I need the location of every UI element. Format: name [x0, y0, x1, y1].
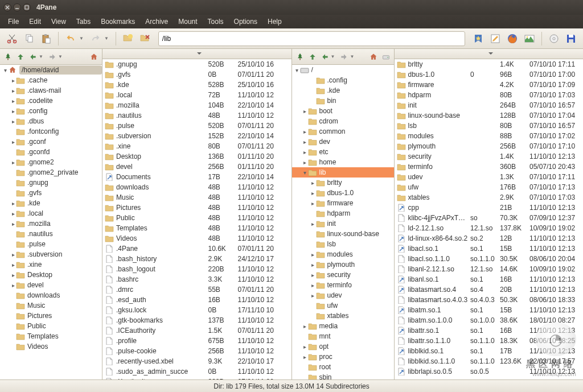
- back-icon[interactable]: [27, 51, 39, 63]
- forward-icon[interactable]: [47, 51, 58, 63]
- back-icon[interactable]: [319, 51, 331, 63]
- list-item[interactable]: ld-2.12.1.so12.1.so137.8K10/09/10 19:02: [395, 223, 584, 233]
- up-icon[interactable]: [307, 51, 318, 63]
- tree-item[interactable]: ▸.kde: [0, 198, 102, 208]
- tree-item[interactable]: ▸.gconf: [0, 137, 102, 147]
- list-item[interactable]: libatm.so.1so.115B11/10/10 12:13: [395, 305, 584, 315]
- tree-item[interactable]: .gconfd: [0, 147, 102, 157]
- menu-edit[interactable]: Edit: [24, 16, 46, 27]
- list-item[interactable]: Documents17B22/10/10 14: [102, 172, 292, 182]
- list-item[interactable]: klibc-4jjFvzAPxTOWHPur-ufQ-JhL76c.soso70…: [395, 213, 584, 223]
- tree-item[interactable]: Videos: [0, 341, 102, 352]
- list-item[interactable]: libatm.so.1.0.0so.1.0.038.6K18/01/10 08:…: [395, 315, 584, 325]
- list-item[interactable]: Desktop136B01/11/10 20: [102, 151, 292, 162]
- tree-item[interactable]: .fontconfig: [0, 126, 102, 137]
- list-item[interactable]: Pictures48B11/10/10 12: [102, 203, 292, 213]
- list-item[interactable]: .xine80B07/01/11 20: [102, 141, 292, 151]
- tree-item[interactable]: bin: [292, 96, 394, 106]
- list-item[interactable]: libanl-2.12.1.so12.1.so14.6K10/09/10 19:…: [395, 264, 584, 274]
- menu-help[interactable]: Help: [263, 16, 286, 27]
- tool-edit[interactable]: [488, 31, 503, 46]
- tool-firefox[interactable]: [505, 31, 520, 46]
- tree-item[interactable]: .kde: [292, 85, 394, 96]
- tree-item[interactable]: ▸udev: [292, 290, 394, 300]
- tree-item[interactable]: ▸.cache: [0, 75, 102, 85]
- tree-item[interactable]: root: [292, 362, 394, 372]
- list-item[interactable]: ufw176B07/10/10 17:13: [395, 182, 584, 192]
- list-item[interactable]: udev1.3K07/10/10 17:11: [395, 172, 584, 182]
- disk-icon[interactable]: [380, 51, 392, 63]
- tree-item[interactable]: ▸boot: [292, 106, 394, 116]
- list-item[interactable]: .mozilla104B22/10/10 14: [102, 100, 292, 110]
- path-input[interactable]: /lib: [158, 31, 465, 46]
- tree-root[interactable]: ▾/: [292, 65, 394, 75]
- menu-mount[interactable]: Mount: [174, 16, 202, 27]
- tree-item[interactable]: sbin: [292, 372, 394, 379]
- tree-icon[interactable]: [294, 51, 306, 63]
- list-item[interactable]: .gtk-bookmarks137B11/10/10 12: [102, 315, 292, 325]
- list-item[interactable]: Public48B11/10/10 12: [102, 213, 292, 223]
- list-item[interactable]: .subversion152B22/10/10 14: [102, 131, 292, 141]
- tree-item[interactable]: ▸.codelite: [0, 96, 102, 106]
- tree-item[interactable]: ▸home: [292, 157, 394, 167]
- maximize-button[interactable]: [23, 3, 31, 11]
- list-item[interactable]: libatasmart.so.4so.420B11/10/10 12:13: [395, 284, 584, 295]
- tree-item[interactable]: ▸dev: [292, 137, 394, 147]
- list-item[interactable]: libacl.so.1.1.0so.1.1.030.5K08/06/10 20:…: [395, 254, 584, 264]
- undo-button[interactable]: [63, 31, 78, 46]
- list-item[interactable]: ld-linux-x86-64.so.2so.212B11/10/10 12:1…: [395, 233, 584, 244]
- forward-icon[interactable]: [338, 51, 350, 63]
- tree-item[interactable]: .gvfs: [0, 188, 102, 198]
- tree-item[interactable]: ▸common: [292, 126, 394, 137]
- tree-item[interactable]: .gnome2_private: [0, 167, 102, 178]
- list-item[interactable]: .gnupg520B25/10/10 16: [102, 59, 292, 69]
- list-item[interactable]: hdparm80B07/10/10 17:03: [395, 90, 584, 100]
- list-item[interactable]: libblkid.so.1so.117B11/10/10 12:13: [395, 346, 584, 356]
- tree-item[interactable]: ▸opt: [292, 341, 394, 352]
- tree-item[interactable]: ▸firmware: [292, 198, 394, 208]
- redo-button[interactable]: [88, 31, 103, 46]
- list-item[interactable]: .local72B11/10/10 12: [102, 90, 292, 100]
- tree-item[interactable]: ▸Desktop: [0, 270, 102, 280]
- tree-item[interactable]: ▸.xine: [0, 259, 102, 270]
- column-header[interactable]: [395, 49, 584, 59]
- list-item[interactable]: brltty1.4K07/10/10 17:11: [395, 59, 584, 69]
- list-item[interactable]: downloads48B11/10/10 12: [102, 182, 292, 192]
- list-item[interactable]: security1.4K11/10/10 12:13: [395, 151, 584, 162]
- tree-item[interactable]: ▸modules: [292, 249, 394, 259]
- tree-item[interactable]: mnt: [292, 331, 394, 341]
- tree-item[interactable]: ▸brltty: [292, 178, 394, 188]
- list-item[interactable]: init264B07/10/10 16:57: [395, 100, 584, 110]
- tree-item[interactable]: ▸proc: [292, 352, 394, 362]
- list-item[interactable]: .4Pane10.6K07/01/11 20: [102, 244, 292, 254]
- list-item[interactable]: cpp21B11/10/10 12:13: [395, 203, 584, 213]
- tree-item[interactable]: ▸dbus-1.0: [292, 188, 394, 198]
- list-item[interactable]: .nautilus48B11/10/10 12: [102, 110, 292, 121]
- menu-options[interactable]: Options: [229, 16, 262, 27]
- tool-image[interactable]: [522, 31, 537, 46]
- home-icon[interactable]: [88, 51, 100, 63]
- list-item[interactable]: libbrlapi.so.0.5so.0.511/10/10 12:13: [395, 366, 584, 377]
- tree-item[interactable]: ▸.config: [0, 106, 102, 116]
- tree-item[interactable]: ▸.local: [0, 208, 102, 218]
- list-item[interactable]: plymouth256B07/10/10 17:10: [395, 141, 584, 151]
- list-item[interactable]: .dmrc55B07/01/11 20: [102, 284, 292, 295]
- menu-file[interactable]: File: [3, 16, 23, 27]
- tree-item[interactable]: ▾lib: [292, 167, 394, 178]
- list-item[interactable]: dbus-1.0096B07/10/10 17:00: [395, 69, 584, 80]
- list-item[interactable]: .bash_logout220B11/10/10 12: [102, 264, 292, 274]
- column-header[interactable]: [102, 49, 292, 59]
- list-item[interactable]: Videos48B11/10/10 12: [102, 233, 292, 244]
- delete-folder-button[interactable]: [138, 31, 153, 46]
- tree-item[interactable]: .config: [292, 75, 394, 85]
- list-item[interactable]: .recently-used.xbel9.3K22/10/10 17: [102, 356, 292, 366]
- list-item[interactable]: libatasmart.so.4.0.3so.4.0.350.3K08/06/1…: [395, 295, 584, 305]
- tree-item[interactable]: ▸plymouth: [292, 259, 394, 270]
- list-item[interactable]: .sudo_as_admin_succe0B11/10/10 12: [102, 366, 292, 377]
- minimize-button[interactable]: [13, 3, 21, 11]
- tree-item[interactable]: cdrom: [292, 116, 394, 126]
- tree-item[interactable]: ▸devel: [0, 280, 102, 290]
- tree-item[interactable]: downloads: [0, 290, 102, 300]
- up-icon[interactable]: [15, 51, 26, 63]
- list-item[interactable]: .kde528B25/10/10 16: [102, 80, 292, 90]
